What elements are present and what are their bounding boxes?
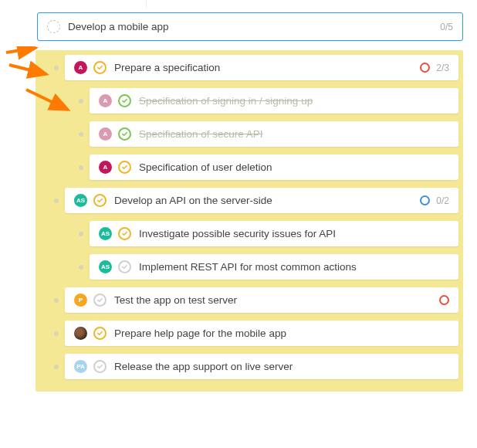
status-icon[interactable]: [118, 94, 131, 107]
task-row: ASpecification of signing in / signing u…: [79, 88, 458, 114]
task-card[interactable]: ASImplement REST API for most common act…: [90, 254, 458, 280]
assignee-avatar[interactable]: PA: [74, 360, 87, 373]
assignee-avatar[interactable]: AS: [74, 194, 87, 207]
task-title: Develop a mobile app: [68, 21, 434, 32]
tree-bullet-icon: [54, 66, 59, 70]
task-row: ASDevelop an API on the server-side0/2: [54, 188, 458, 213]
priority-icon[interactable]: [420, 63, 430, 73]
status-icon[interactable]: [93, 327, 107, 340]
tree-bullet-icon: [54, 365, 59, 369]
task-row: Prepare help page for the mobile app: [54, 321, 458, 346]
tree-bullet-icon: [79, 232, 83, 236]
task-row: PTest the app on test server: [54, 287, 458, 313]
assignee-avatar[interactable]: A: [99, 127, 112, 141]
task-card[interactable]: ASInvestigate possible security issues f…: [90, 221, 458, 246]
task-title: Release the app support on live server: [114, 361, 449, 372]
status-icon[interactable]: [118, 260, 131, 273]
task-title: Prepare a specification: [114, 62, 414, 73]
task-row: ASpecification of user deletion: [79, 154, 458, 180]
task-row: APrepare a specification2/3: [54, 55, 458, 80]
assignee-avatar[interactable]: AS: [99, 227, 112, 240]
status-icon[interactable]: [93, 194, 107, 207]
tree-bullet-icon: [54, 199, 59, 203]
task-card[interactable]: ASpecification of user deletion: [90, 154, 458, 180]
assignee-avatar[interactable]: A: [99, 94, 112, 107]
tree-bullet-icon: [54, 298, 59, 303]
tree-bullet-icon: [79, 132, 83, 137]
task-row: ASImplement REST API for most common act…: [79, 254, 458, 280]
priority-icon[interactable]: [420, 195, 430, 205]
task-card[interactable]: ASpecification of signing in / signing u…: [90, 88, 458, 114]
status-icon[interactable]: [93, 360, 107, 373]
tree-bullet-icon: [79, 165, 83, 170]
assignee-avatar[interactable]: A: [74, 61, 87, 74]
status-icon[interactable]: [118, 227, 131, 240]
priority-icon[interactable]: [439, 295, 449, 305]
status-icon[interactable]: [118, 127, 131, 141]
task-title: Prepare help page for the mobile app: [114, 328, 449, 339]
assignee-avatar[interactable]: A: [99, 161, 112, 174]
assignee-avatar[interactable]: [74, 327, 87, 340]
task-card[interactable]: APrepare a specification2/3: [65, 55, 458, 80]
task-title: Test the app on test server: [114, 294, 433, 306]
task-card[interactable]: PTest the app on test server: [65, 287, 458, 313]
tree-bullet-icon: [79, 99, 83, 104]
task-title: Develop an API on the server-side: [114, 195, 414, 206]
task-card[interactable]: PARelease the app support on live server: [65, 354, 458, 379]
progress-icon: [47, 20, 60, 33]
task-title: Specification of user deletion: [139, 161, 449, 173]
assignee-avatar[interactable]: P: [74, 294, 87, 307]
tree-bullet-icon: [54, 331, 59, 336]
task-title: Specification of signing in / signing up: [139, 95, 449, 107]
task-row: ASpecification of secure API: [79, 121, 458, 147]
task-title: Specification of secure API: [139, 128, 449, 140]
task-row: ASInvestigate possible security issues f…: [79, 221, 458, 246]
status-icon[interactable]: [93, 61, 107, 74]
task-row: PARelease the app support on live server: [54, 354, 458, 379]
subtask-count: 2/3: [436, 63, 449, 73]
tree-bullet-icon: [79, 265, 83, 270]
task-card[interactable]: ASDevelop an API on the server-side0/2: [65, 188, 458, 213]
task-title: Implement REST API for most common actio…: [139, 261, 449, 273]
status-icon[interactable]: [118, 161, 131, 174]
task-root[interactable]: Develop a mobile app 0/5: [37, 12, 463, 41]
subtask-group: APrepare a specification2/3ASpecificatio…: [36, 50, 463, 392]
task-card[interactable]: Prepare help page for the mobile app: [65, 321, 458, 346]
subtask-count: 0/5: [440, 22, 453, 32]
task-title: Investigate possible security issues for…: [139, 228, 449, 239]
subtask-count: 0/2: [436, 195, 449, 206]
assignee-avatar[interactable]: AS: [99, 260, 112, 273]
status-icon[interactable]: [93, 294, 107, 307]
task-card[interactable]: ASpecification of secure API: [90, 121, 458, 147]
